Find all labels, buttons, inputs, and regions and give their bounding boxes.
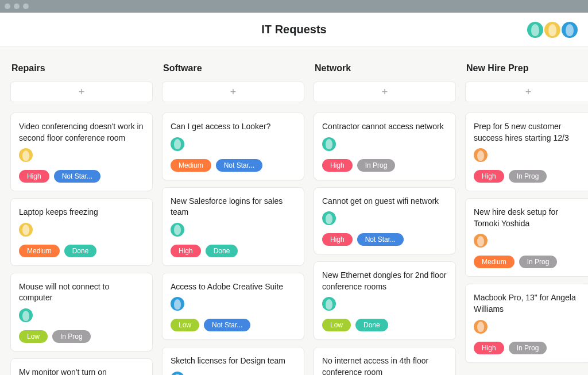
task-card[interactable]: New hire desk setup for Tomoki YoshidaMe… — [465, 198, 588, 277]
add-card-button[interactable]: + — [10, 82, 153, 102]
window-titlebar — [0, 0, 588, 13]
assignee-avatar[interactable] — [19, 148, 33, 162]
assignee-avatar[interactable] — [171, 223, 184, 237]
priority-pill: Low — [171, 319, 199, 331]
assignee-avatar[interactable] — [171, 297, 184, 311]
task-card[interactable]: New Ethernet dongles for 2nd floor confe… — [314, 261, 456, 340]
assignee-row — [322, 297, 447, 313]
status-pill: Done — [206, 245, 238, 257]
task-card[interactable]: Can I get access to Looker?MediumNot Sta… — [162, 113, 304, 180]
task-card[interactable]: Laptop keeps freezingMediumDone — [10, 198, 153, 266]
add-card-button[interactable]: + — [314, 82, 456, 102]
task-card[interactable]: Video conferencing doesn't work in secon… — [10, 113, 153, 191]
assignee-row — [171, 297, 296, 313]
column: Software+Can I get access to Looker?Medi… — [162, 61, 304, 375]
assignee-row — [474, 148, 583, 164]
card-tags: HighNot Star... — [322, 233, 447, 246]
status-pill: In Prog — [52, 330, 91, 343]
cards-container: Can I get access to Looker?MediumNot Sta… — [162, 113, 304, 375]
assignee-row — [322, 137, 447, 153]
card-tags: HighNot Star... — [19, 170, 144, 183]
priority-pill: High — [171, 245, 201, 257]
assignee-avatar[interactable] — [19, 223, 33, 237]
card-tags: MediumNot Star... — [171, 159, 296, 172]
assignee-avatar[interactable] — [19, 308, 33, 322]
plus-icon: + — [525, 86, 532, 98]
plus-icon: + — [230, 86, 237, 98]
assignee-row — [474, 234, 583, 250]
assignee-avatar[interactable] — [474, 148, 488, 162]
priority-pill: Medium — [474, 256, 514, 268]
priority-pill: High — [474, 170, 504, 183]
member-avatar[interactable] — [562, 22, 578, 38]
task-card[interactable]: Contractor cannot access networkHighIn P… — [314, 113, 456, 180]
card-title: My monitor won't turn on — [19, 367, 144, 375]
card-tags: LowDone — [322, 319, 447, 331]
card-title: New hire desk setup for Tomoki Yoshida — [474, 207, 583, 229]
task-card[interactable]: Sketch licenses for Design teamHighOn Ho… — [162, 347, 304, 375]
assignee-avatar[interactable] — [322, 297, 336, 311]
plus-icon: + — [79, 86, 85, 98]
status-pill: In Prog — [509, 170, 547, 183]
priority-pill: Low — [322, 319, 351, 331]
board-header: IT Requests — [0, 13, 588, 47]
card-title: Laptop keeps freezing — [19, 207, 144, 218]
assignee-row — [19, 308, 144, 324]
cards-container: Video conferencing doesn't work in secon… — [10, 113, 153, 375]
priority-pill: Medium — [171, 159, 211, 172]
assignee-avatar[interactable] — [474, 234, 488, 248]
task-card[interactable]: Prep for 5 new customer success hires st… — [465, 113, 588, 191]
card-tags: HighIn Prog — [474, 170, 583, 183]
priority-pill: High — [474, 342, 504, 354]
task-card[interactable]: New Salesforce logins for sales teamHigh… — [162, 187, 304, 266]
status-pill: Done — [64, 245, 97, 257]
window-zoom-dot[interactable] — [23, 3, 29, 9]
column-title: Software — [162, 61, 304, 77]
assignee-avatar[interactable] — [171, 137, 184, 151]
card-title: Can I get access to Looker? — [171, 121, 296, 133]
task-card[interactable]: Cannot get on guest wifi networkHighNot … — [314, 187, 456, 255]
task-card[interactable]: No internet access in 4th floor conferen… — [314, 347, 456, 375]
card-title: Sketch licenses for Design team — [171, 355, 296, 367]
window-close-dot[interactable] — [5, 3, 10, 9]
column: Repairs+Video conferencing doesn't work … — [10, 61, 153, 375]
assignee-avatar[interactable] — [322, 211, 336, 225]
add-card-button[interactable]: + — [162, 82, 304, 102]
board-title: IT Requests — [261, 23, 326, 36]
member-avatar[interactable] — [527, 22, 543, 38]
assignee-row — [19, 148, 144, 164]
add-card-button[interactable]: + — [465, 82, 588, 102]
status-pill: Not Star... — [54, 170, 100, 183]
status-pill: Not Star... — [204, 319, 250, 331]
assignee-avatar[interactable] — [474, 320, 488, 334]
kanban-board: Repairs+Video conferencing doesn't work … — [0, 47, 588, 375]
card-title: No internet access in 4th floor conferen… — [322, 355, 447, 375]
assignee-avatar[interactable] — [171, 372, 184, 375]
card-title: Access to Adobe Creative Suite — [171, 281, 296, 293]
cards-container: Contractor cannot access networkHighIn P… — [314, 113, 456, 375]
priority-pill: High — [322, 159, 353, 172]
plus-icon: + — [382, 86, 388, 98]
priority-pill: High — [322, 233, 353, 246]
card-tags: HighIn Prog — [474, 342, 583, 354]
card-title: Contractor cannot access network — [322, 121, 447, 133]
window-minimize-dot[interactable] — [14, 3, 20, 9]
task-card[interactable]: Access to Adobe Creative SuiteLowNot Sta… — [162, 273, 304, 341]
card-tags: HighDone — [171, 245, 296, 257]
member-avatar[interactable] — [544, 22, 560, 38]
task-card[interactable]: Macbook Pro, 13" for Angela WilliamsHigh… — [465, 284, 588, 362]
status-pill: In Prog — [357, 159, 396, 172]
assignee-row — [474, 320, 583, 336]
card-tags: HighIn Prog — [322, 159, 447, 172]
card-tags: LowIn Prog — [19, 330, 144, 343]
task-card[interactable]: Mouse will not connect to computerLowIn … — [10, 273, 153, 351]
card-title: Video conferencing doesn't work in secon… — [19, 121, 144, 144]
assignee-avatar[interactable] — [322, 137, 336, 151]
column-title: New Hire Prep — [465, 61, 588, 77]
status-pill: In Prog — [519, 256, 558, 268]
card-title: Cannot get on guest wifi network — [322, 196, 447, 207]
status-pill: Not Star... — [216, 159, 262, 172]
card-tags: MediumDone — [19, 245, 144, 257]
assignee-row — [171, 223, 296, 239]
task-card[interactable]: My monitor won't turn onHighDone — [10, 358, 153, 375]
